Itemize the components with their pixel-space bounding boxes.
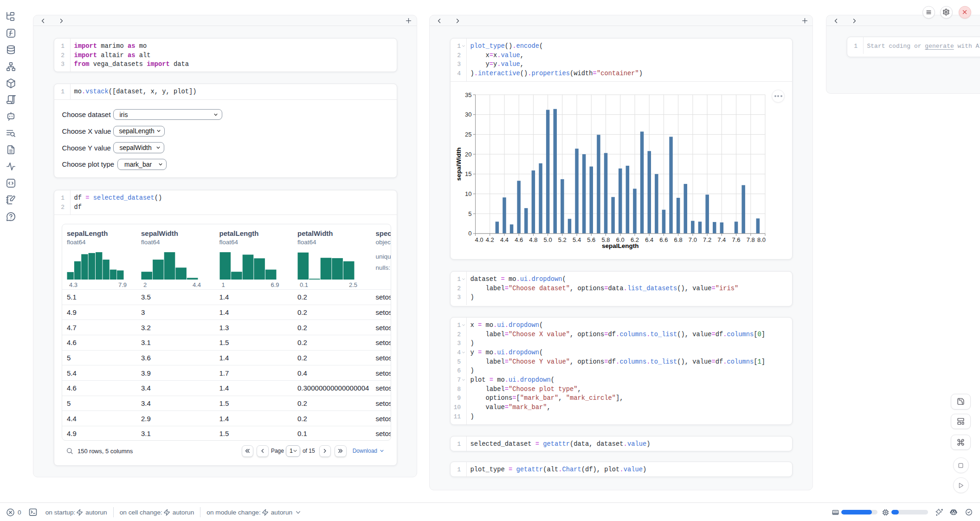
svg-text:8.0: 8.0 xyxy=(757,236,766,243)
svg-text:5.4: 5.4 xyxy=(573,236,581,243)
svg-text:20: 20 xyxy=(465,150,471,157)
svg-text:7.0: 7.0 xyxy=(689,236,697,243)
svg-text:6.6: 6.6 xyxy=(659,236,668,243)
svg-text:4.2: 4.2 xyxy=(486,236,494,243)
svg-text:35: 35 xyxy=(465,91,471,98)
svg-text:4.8: 4.8 xyxy=(529,236,537,243)
svg-text:7.2: 7.2 xyxy=(703,236,711,243)
svg-text:7.4: 7.4 xyxy=(717,236,726,243)
svg-text:30: 30 xyxy=(465,111,471,118)
svg-text:6.8: 6.8 xyxy=(674,236,683,243)
svg-text:5: 5 xyxy=(468,210,471,217)
svg-text:sepalLength: sepalLength xyxy=(602,242,639,249)
svg-text:5.2: 5.2 xyxy=(558,236,567,243)
svg-text:4.0: 4.0 xyxy=(475,236,484,243)
svg-text:4.6: 4.6 xyxy=(515,236,523,243)
svg-text:10: 10 xyxy=(465,190,471,197)
svg-text:15: 15 xyxy=(465,170,471,177)
svg-text:25: 25 xyxy=(465,131,471,138)
svg-text:4.4: 4.4 xyxy=(500,236,509,243)
svg-text:0: 0 xyxy=(468,230,471,237)
svg-text:7.8: 7.8 xyxy=(747,236,755,243)
svg-text:5.0: 5.0 xyxy=(544,236,552,243)
svg-text:7.6: 7.6 xyxy=(732,236,740,243)
svg-text:sepalWidth: sepalWidth xyxy=(455,147,462,181)
svg-text:6.4: 6.4 xyxy=(645,236,653,243)
svg-text:5.6: 5.6 xyxy=(587,236,595,243)
